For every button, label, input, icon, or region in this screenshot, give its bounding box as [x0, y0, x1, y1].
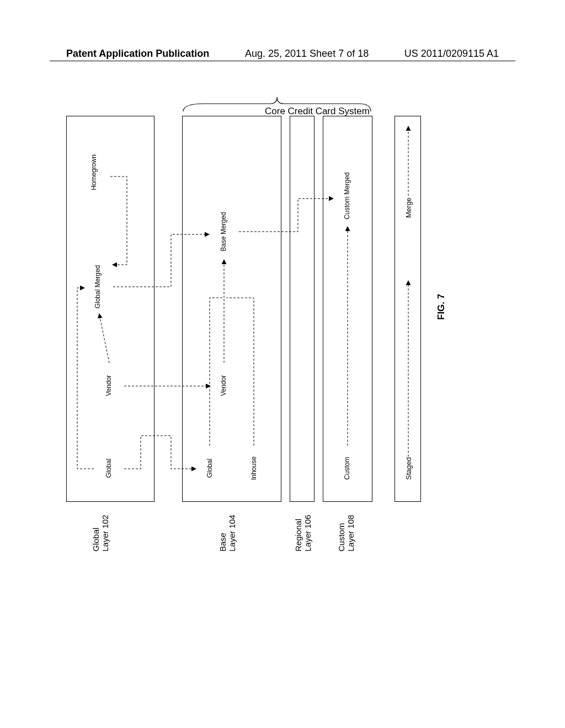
hex-base-inhouse: Inhouse — [240, 446, 269, 491]
box-staged-merge — [395, 116, 421, 502]
hex-base-inhouse-text: Inhouse — [250, 457, 258, 480]
hex-custom-merged: Custom Merged — [333, 165, 362, 226]
hex-global-global-text: Global — [105, 459, 113, 478]
label-core-system: Core Credit Card System — [265, 106, 370, 117]
hex-base-merged-text: Base Merged — [220, 212, 227, 251]
hex-base-vendor-text: Vendor — [220, 375, 227, 396]
hex-global-merged: Global Merged — [84, 259, 113, 314]
hex-base-merged: Base Merged — [210, 204, 238, 259]
header-publication: Patent Application Publication — [66, 48, 209, 60]
box-base-layer — [182, 116, 281, 502]
hex-base-global-text: Global — [206, 459, 214, 478]
label-custom-layer: Custom Layer 108 — [337, 515, 355, 552]
hex-base-global: Global — [196, 446, 225, 491]
hex-global-vendor-text: Vendor — [105, 375, 113, 396]
figure-number: FIG. 7 — [436, 294, 447, 320]
hex-base-vendor: Vendor — [210, 363, 238, 408]
header-date-sheet: Aug. 25, 2011 Sheet 7 of 18 — [245, 48, 369, 60]
header-pub-number: US 2011/0209115 A1 — [404, 48, 499, 60]
hex-custom-merged-text: Custom Merged — [344, 172, 351, 219]
hex-custom-custom-text: Custom — [344, 457, 351, 479]
diagram-rotated: Global Layer 102 Base Layer 104 Regional… — [61, 110, 565, 552]
label-staged: Staged — [404, 457, 413, 480]
header-rule — [50, 61, 515, 61]
hex-global-merged-text: Global Merged — [94, 265, 102, 309]
hex-global-global: Global — [95, 446, 124, 491]
label-base-layer: Base Layer 104 — [218, 515, 237, 552]
box-regional-layer — [290, 116, 315, 502]
hex-global-homegrown-text: Homegrown — [90, 154, 98, 190]
label-regional-layer: Regional Layer 106 — [294, 515, 312, 552]
hex-custom-custom: Custom — [333, 446, 362, 491]
hex-global-vendor: Vendor — [95, 363, 124, 408]
hex-global-homegrown: Homegrown — [80, 146, 109, 199]
label-merge: Merge — [404, 197, 413, 218]
label-global-layer: Global Layer 102 — [91, 515, 110, 552]
